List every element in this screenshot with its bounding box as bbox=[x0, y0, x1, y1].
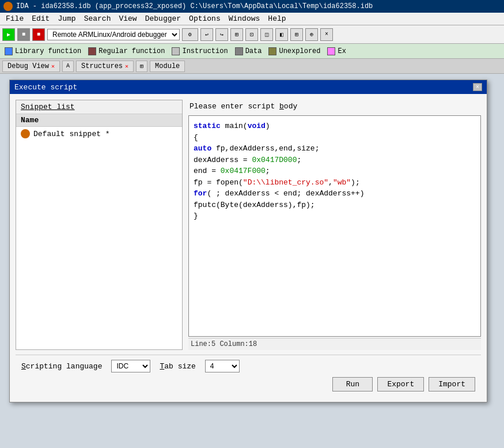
legend-ex-label: Ex bbox=[338, 47, 346, 55]
tab-bar: Debug View ✕ A Structures ✕ ⊞ Module bbox=[0, 59, 504, 74]
toolbar-btn-2[interactable]: ↩ bbox=[200, 28, 213, 41]
debugger-select[interactable]: Remote ARMLinux/Android debugger bbox=[47, 29, 180, 40]
dialog-overlay: Execute script × Snippet list Name Defau… bbox=[0, 74, 504, 448]
dialog-main-row: Snippet list Name Default snippet * Plea… bbox=[16, 100, 481, 350]
dialog-title-bar[interactable]: Execute script × bbox=[10, 80, 487, 94]
legend-instruction: Instruction bbox=[172, 47, 228, 55]
tab-size-label: Tab size bbox=[160, 362, 195, 371]
status-line: Line:5 Column:18 bbox=[188, 338, 481, 350]
code-line-3: auto fp,dexAdderss,end,size; bbox=[194, 143, 476, 155]
app-icon bbox=[3, 2, 13, 11]
pause-button[interactable]: ■ bbox=[17, 28, 30, 41]
tab-structures[interactable]: Structures ✕ bbox=[76, 61, 134, 72]
tab-size-select[interactable]: 2 4 8 bbox=[205, 360, 240, 372]
menu-options[interactable]: Options bbox=[185, 13, 224, 24]
scripting-lang-label: Scripting language bbox=[21, 362, 102, 371]
script-panel-title: Please enter script body bbox=[188, 100, 481, 113]
title-text: IDA - ida62358.idb (app_process32_xposed… bbox=[16, 2, 373, 10]
toolbar-btn-7[interactable]: ◧ bbox=[275, 28, 288, 41]
snippet-item-default[interactable]: Default snippet * bbox=[16, 127, 182, 141]
legend-library: Library function bbox=[5, 47, 81, 55]
menu-debugger[interactable]: Debugger bbox=[142, 13, 184, 24]
dialog-close-button[interactable]: × bbox=[473, 83, 482, 91]
menu-file[interactable]: File bbox=[2, 13, 27, 24]
toolbar-btn-1[interactable]: ⚙ bbox=[182, 28, 198, 41]
toolbar-btn-10[interactable]: × bbox=[320, 28, 333, 41]
toolbar-btn-6[interactable]: ◫ bbox=[260, 28, 273, 41]
snippet-item-label: Default snippet * bbox=[33, 130, 110, 138]
legend-library-color bbox=[5, 47, 13, 55]
tab-debug-view[interactable]: Debug View ✕ bbox=[2, 61, 60, 72]
tab-icon-2[interactable]: ⊞ bbox=[136, 61, 147, 72]
menu-edit[interactable]: Edit bbox=[28, 13, 53, 24]
title-bar: IDA - ida62358.idb (app_process32_xposed… bbox=[0, 0, 504, 13]
toolbar-btn-3[interactable]: ↪ bbox=[215, 28, 228, 41]
menu-jump[interactable]: Jump bbox=[54, 13, 79, 24]
import-button[interactable]: Import bbox=[429, 377, 475, 391]
legend-instruction-label: Instruction bbox=[182, 47, 228, 55]
tab-modules[interactable]: Module bbox=[150, 61, 185, 72]
legend-ex: Ex bbox=[327, 47, 346, 55]
code-line-8: fputc(Byte(dexAdderss),fp); bbox=[194, 199, 476, 211]
toolbar-btn-8[interactable]: ⊞ bbox=[290, 28, 303, 41]
tab-close-structures[interactable]: ✕ bbox=[125, 63, 128, 70]
menu-help[interactable]: Help bbox=[264, 13, 289, 24]
toolbar: ▶ ■ ■ Remote ARMLinux/Android debugger ⚙… bbox=[0, 25, 504, 44]
code-line-5: end = 0x0417F000; bbox=[194, 165, 476, 177]
snippet-panel-title: Snippet list bbox=[16, 100, 182, 114]
legend-regular-label: Regular function bbox=[98, 47, 165, 55]
legend-data: Data bbox=[235, 47, 262, 55]
legend-regular-color bbox=[88, 47, 96, 55]
tab-icon-1[interactable]: A bbox=[62, 61, 74, 72]
footer-row1: Scripting language IDC Python Tab size 2… bbox=[21, 360, 475, 372]
legend-data-label: Data bbox=[245, 47, 262, 55]
run-button[interactable]: ▶ bbox=[2, 28, 15, 41]
dialog-title-text: Execute script bbox=[14, 83, 77, 92]
run-script-button[interactable]: Run bbox=[332, 377, 373, 391]
snippet-column-header: Name bbox=[16, 114, 182, 127]
menu-bar: File Edit Jump Search View Debugger Opti… bbox=[0, 13, 504, 25]
tab-close-debug-view[interactable]: ✕ bbox=[51, 63, 55, 70]
stop-button[interactable]: ■ bbox=[32, 28, 45, 41]
toolbar-btn-9[interactable]: ⊕ bbox=[305, 28, 318, 41]
code-line-4: dexAdderss = 0x0417D000; bbox=[194, 155, 476, 166]
code-line-6: fp = fopen("D:\\libnet_cry.so","wb"); bbox=[194, 177, 476, 189]
legend-data-color bbox=[235, 47, 243, 55]
legend-bar: Library function Regular function Instru… bbox=[0, 44, 504, 59]
legend-unexplored-color bbox=[268, 47, 276, 55]
execute-script-dialog: Execute script × Snippet list Name Defau… bbox=[9, 80, 487, 402]
export-button[interactable]: Export bbox=[377, 377, 424, 391]
legend-unexplored-label: Unexplored bbox=[279, 47, 320, 55]
footer-row2: Run Export Import bbox=[21, 377, 475, 391]
script-panel: Please enter script body static main(voi… bbox=[188, 100, 481, 350]
toolbar-btn-5[interactable]: ⊡ bbox=[245, 28, 258, 41]
code-line-9: } bbox=[194, 210, 476, 222]
menu-view[interactable]: View bbox=[115, 13, 140, 24]
dialog-footer: Scripting language IDC Python Tab size 2… bbox=[16, 355, 481, 396]
menu-search[interactable]: Search bbox=[81, 13, 115, 24]
scripting-lang-select[interactable]: IDC Python bbox=[111, 360, 150, 372]
snippet-item-icon bbox=[21, 129, 30, 138]
menu-windows[interactable]: Windows bbox=[225, 13, 264, 24]
dialog-body: Snippet list Name Default snippet * Plea… bbox=[10, 94, 487, 402]
legend-ex-color bbox=[327, 47, 335, 55]
toolbar-btn-4[interactable]: ⊞ bbox=[230, 28, 243, 41]
legend-instruction-color bbox=[172, 47, 180, 55]
main-area: Execute script × Snippet list Name Defau… bbox=[0, 74, 504, 448]
code-line-2: { bbox=[194, 132, 476, 144]
code-line-1: static main(void) bbox=[194, 121, 476, 132]
legend-regular: Regular function bbox=[88, 47, 165, 55]
code-line-7: for( ; dexAdderss < end; dexAdderss++) bbox=[194, 188, 476, 199]
legend-library-label: Library function bbox=[15, 47, 81, 55]
code-editor[interactable]: static main(void) { auto fp,dexAdderss,e… bbox=[188, 115, 481, 337]
legend-unexplored: Unexplored bbox=[268, 47, 320, 55]
snippet-panel: Snippet list Name Default snippet * bbox=[16, 100, 183, 350]
